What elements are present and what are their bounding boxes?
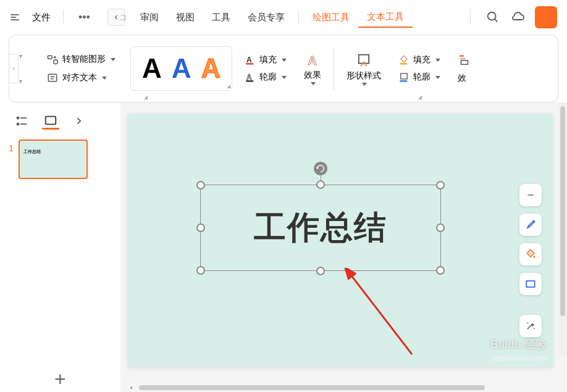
file-menu[interactable]: 文件	[27, 9, 56, 26]
svg-rect-13	[246, 80, 254, 81]
resize-handle-br[interactable]	[436, 266, 445, 275]
effect-label: 效果	[304, 70, 321, 81]
thumb-text: 工作总结	[23, 149, 41, 154]
svg-rect-24	[46, 116, 56, 124]
font-style-orange[interactable]: A	[201, 53, 221, 84]
group-expand-1[interactable]: ◢	[144, 94, 148, 100]
nav-indicator: 그	[120, 13, 127, 22]
slide-canvas[interactable]: 工作总结	[128, 114, 553, 367]
shape-outline-label: 轮廓	[413, 72, 430, 83]
tab-review[interactable]: 审阅	[132, 8, 167, 27]
paint-bucket-button[interactable]	[519, 243, 542, 265]
svg-rect-19	[461, 60, 468, 64]
font-style-gallery[interactable]: A A A	[130, 46, 232, 91]
align-text-label: 对齐文本	[62, 72, 97, 83]
minus-button[interactable]	[519, 184, 542, 206]
resize-handle-tm[interactable]	[316, 180, 325, 189]
text-fill-button[interactable]: A 填充	[245, 54, 287, 65]
shape-fill-label: 填充	[413, 54, 430, 65]
svg-rect-29	[526, 281, 534, 287]
resize-handle-tr[interactable]	[436, 181, 445, 190]
resize-handle-bm[interactable]	[316, 267, 325, 275]
shape-outline-button[interactable]: 轮廓	[398, 72, 440, 83]
svg-line-4	[495, 19, 498, 22]
cloud-icon[interactable]	[510, 10, 525, 25]
svg-line-26	[350, 274, 412, 354]
thumbnail-view-icon[interactable]	[42, 112, 59, 130]
slide-thumb-1[interactable]: 1 工作总结	[9, 140, 112, 179]
tab-member[interactable]: 会员专享	[239, 8, 293, 27]
user-profile-button[interactable]	[535, 6, 557, 28]
divider	[470, 10, 471, 25]
svg-rect-5	[48, 56, 52, 59]
slide-number: 1	[9, 143, 14, 153]
fill-label: 填充	[259, 54, 277, 65]
outline-view-icon[interactable]	[14, 112, 31, 130]
watermark-url: jingyan.baidu.com	[492, 354, 547, 362]
svg-point-22	[17, 123, 19, 125]
resize-handle-tl[interactable]	[196, 181, 205, 190]
ribbon-group-text-effect: A 效果	[299, 52, 326, 85]
ribbon-group-text-fill: A 填充 A 轮廓	[240, 54, 292, 83]
border-button[interactable]	[519, 273, 542, 295]
text-effect-button[interactable]: A 效果	[304, 52, 321, 85]
svg-point-3	[488, 12, 496, 20]
svg-rect-18	[400, 80, 408, 81]
arrow-annotation	[338, 268, 424, 361]
add-slide-button[interactable]: +	[54, 368, 66, 391]
shape-style-button[interactable]: 形状样式	[346, 52, 381, 86]
magic-button[interactable]	[519, 315, 542, 337]
shape-style-label: 形状样式	[346, 70, 381, 81]
gallery-expand-icon[interactable]: ◢	[227, 83, 230, 89]
shape-effect-button[interactable]: 效	[458, 73, 471, 84]
text-content[interactable]: 工作总结	[254, 206, 387, 249]
ribbon-group-shape-fill: 填充 轮廓	[393, 54, 445, 83]
tab-tools[interactable]: 工具	[203, 8, 239, 27]
selected-text-box[interactable]: 工作总结	[200, 185, 441, 271]
more-menu[interactable]: •••	[71, 9, 98, 27]
watermark-brand: Baidu 经验	[490, 337, 547, 352]
resize-handle-ml[interactable]	[196, 223, 205, 232]
text-outline-button[interactable]: A 轮廓	[245, 72, 287, 83]
floating-toolbar	[519, 184, 542, 337]
hamburger-menu-icon[interactable]	[5, 7, 25, 27]
slide-thumbnail[interactable]: 工作总结	[19, 140, 88, 179]
horizontal-scrollbar[interactable]	[128, 383, 558, 392]
resize-handle-bl[interactable]	[196, 266, 205, 275]
resize-handle-mr[interactable]	[436, 223, 445, 232]
shape-effect-icon[interactable]	[458, 53, 471, 67]
svg-text:A: A	[246, 56, 252, 64]
font-style-black[interactable]: A	[142, 53, 162, 84]
font-style-blue[interactable]: A	[172, 53, 191, 84]
main-tabs: 审阅 视图 工具 会员专享 绘图工具 文本工具	[132, 7, 463, 28]
vertical-scrollbar[interactable]	[558, 102, 567, 356]
group-expand-2[interactable]: ◢	[418, 94, 422, 100]
tab-draw-tools[interactable]: 绘图工具	[304, 8, 358, 27]
search-icon[interactable]	[485, 10, 500, 25]
view-switcher	[9, 110, 112, 140]
shape-fill-button[interactable]: 填充	[398, 54, 440, 65]
svg-rect-7	[48, 74, 56, 81]
top-right-tools	[465, 6, 557, 28]
ribbon-collapse-button[interactable]	[9, 54, 19, 83]
svg-point-6	[54, 60, 58, 64]
svg-rect-16	[400, 63, 408, 64]
svg-point-20	[17, 117, 19, 119]
workspace: 1 工作总结 工作总结	[0, 102, 567, 392]
rotate-handle[interactable]	[314, 162, 327, 175]
tab-text-tools[interactable]: 文本工具	[358, 7, 413, 28]
ribbon-group-shape: 转智能图形 对齐文本	[32, 52, 123, 85]
ribbon-separator	[334, 47, 334, 90]
brush-button[interactable]	[519, 214, 542, 236]
slides-panel: 1 工作总结	[0, 102, 120, 392]
smart-shape-button[interactable]: 转智能图形	[44, 52, 118, 67]
ribbon-toolbar: ▾▾ 转智能图形 对齐文本 A A A ◢ A 填充 A 轮廓 A	[9, 35, 558, 102]
align-text-button[interactable]: 对齐文本	[44, 70, 118, 85]
svg-rect-11	[246, 63, 254, 64]
svg-text:A: A	[308, 53, 317, 67]
ribbon-group-shape-effect: 效	[453, 53, 476, 84]
svg-marker-30	[130, 386, 132, 390]
svg-point-28	[533, 256, 535, 258]
tab-view[interactable]: 视图	[167, 8, 203, 27]
next-icon[interactable]	[70, 112, 88, 130]
